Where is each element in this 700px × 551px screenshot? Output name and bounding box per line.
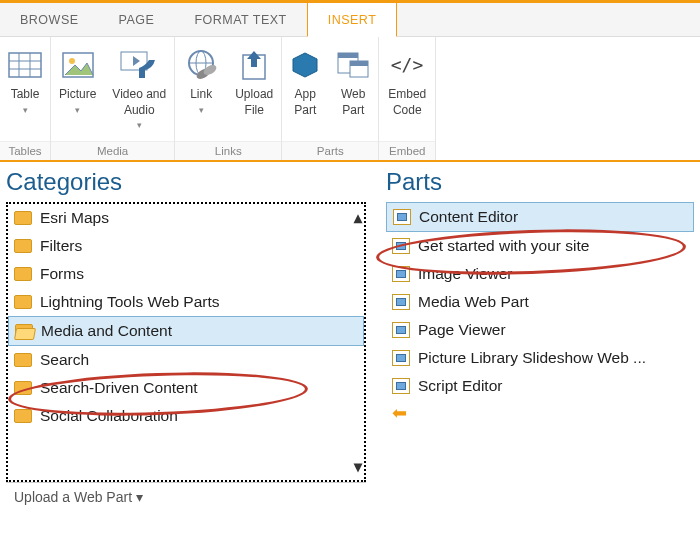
ribbon-tabs: BROWSE PAGE FORMAT TEXT INSERT (0, 3, 700, 37)
part-item[interactable]: Script Editor (386, 372, 694, 400)
web-part-icon (392, 238, 410, 254)
folder-icon (14, 211, 32, 225)
table-button[interactable]: Table ▾ (0, 41, 50, 141)
web-part-icon (392, 378, 410, 394)
part-label: Content Editor (419, 208, 518, 226)
group-label-parts: Parts (282, 141, 378, 160)
group-label-tables: Tables (0, 141, 50, 160)
ribbon-group-tables: Table ▾ Tables (0, 37, 51, 160)
ribbon-group-media: Picture ▾ Video and Audio ▾ Media (51, 37, 175, 160)
video-audio-label: Video and Audio (112, 87, 166, 118)
chevron-down-icon: ▾ (136, 489, 143, 505)
folder-icon (14, 239, 32, 253)
category-label: Esri Maps (40, 209, 109, 227)
embed-icon: </> (387, 45, 427, 85)
category-item[interactable]: Filters (8, 232, 364, 260)
category-item[interactable]: Media and Content (8, 316, 364, 346)
folder-icon (14, 381, 32, 395)
folder-icon (14, 267, 32, 281)
part-label: Media Web Part (418, 293, 529, 311)
link-icon (183, 45, 219, 85)
ribbon: Table ▾ Tables Picture ▾ Video and Audio… (0, 37, 700, 162)
parts-listbox[interactable]: Content EditorGet started with your site… (386, 202, 694, 400)
upload-file-button[interactable]: Upload File (227, 41, 281, 141)
category-label: Search-Driven Content (40, 379, 198, 397)
category-label: Forms (40, 265, 84, 283)
group-label-links: Links (175, 141, 281, 160)
chevron-down-icon: ▾ (199, 105, 204, 117)
category-label: Media and Content (41, 322, 172, 340)
scroll-down-icon[interactable]: ▾ (354, 457, 362, 476)
category-item[interactable]: Esri Maps (8, 204, 364, 232)
web-part-icon (392, 266, 410, 282)
upload-web-part-label: Upload a Web Part (14, 489, 132, 505)
table-label: Table (11, 87, 40, 103)
part-label: Page Viewer (418, 321, 506, 339)
category-label: Search (40, 351, 89, 369)
embed-code-button[interactable]: </> Embed Code (379, 41, 435, 141)
back-arrow-icon[interactable]: ⬅ (386, 400, 694, 426)
tab-browse[interactable]: BROWSE (0, 3, 99, 36)
category-item[interactable]: Lightning Tools Web Parts (8, 288, 364, 316)
part-item[interactable]: Media Web Part (386, 288, 694, 316)
category-label: Social Collaboration (40, 407, 178, 425)
parts-title: Parts (386, 168, 694, 196)
app-part-icon (290, 45, 320, 85)
embed-code-label: Embed Code (388, 87, 426, 118)
app-part-label: App Part (294, 87, 316, 118)
link-label: Link (190, 87, 212, 103)
video-audio-button[interactable]: Video and Audio ▾ (104, 41, 174, 141)
category-item[interactable]: Social Collaboration (8, 402, 364, 430)
part-item[interactable]: Picture Library Slideshow Web ... (386, 344, 694, 372)
scroll-up-icon[interactable]: ▴ (354, 208, 362, 227)
web-part-button[interactable]: Web Part (328, 41, 378, 141)
part-label: Picture Library Slideshow Web ... (418, 349, 646, 367)
chevron-down-icon: ▾ (23, 105, 28, 117)
web-part-icon (392, 322, 410, 338)
web-part-icon (336, 45, 370, 85)
category-item[interactable]: Forms (8, 260, 364, 288)
svg-point-6 (69, 58, 75, 64)
category-label: Lightning Tools Web Parts (40, 293, 220, 311)
upload-icon (239, 45, 269, 85)
parts-panel: Parts Content EditorGet started with you… (386, 168, 694, 511)
picture-label: Picture (59, 87, 96, 103)
category-label: Filters (40, 237, 82, 255)
categories-listbox[interactable]: Esri MapsFiltersFormsLightning Tools Web… (6, 202, 366, 482)
folder-icon (14, 295, 32, 309)
picture-icon (61, 45, 95, 85)
picture-button[interactable]: Picture ▾ (51, 41, 104, 141)
svg-rect-18 (338, 53, 358, 58)
svg-rect-0 (9, 53, 41, 77)
categories-panel: Categories Esri MapsFiltersFormsLightnin… (6, 168, 366, 511)
web-part-icon (393, 209, 411, 225)
folder-icon (15, 324, 33, 338)
link-button[interactable]: Link ▾ (175, 41, 227, 141)
part-item[interactable]: Page Viewer (386, 316, 694, 344)
web-part-icon (392, 294, 410, 310)
upload-file-label: Upload File (235, 87, 273, 118)
group-label-media: Media (51, 141, 174, 160)
svg-marker-16 (293, 53, 317, 77)
category-item[interactable]: Search (8, 346, 364, 374)
tab-insert[interactable]: INSERT (307, 0, 398, 37)
categories-title: Categories (6, 168, 366, 196)
upload-web-part-button[interactable]: Upload a Web Part ▾ (6, 482, 366, 511)
part-label: Image Viewer (418, 265, 512, 283)
tab-page[interactable]: PAGE (99, 3, 175, 36)
part-item[interactable]: Image Viewer (386, 260, 694, 288)
web-part-icon (392, 350, 410, 366)
web-part-label: Web Part (341, 87, 365, 118)
svg-text:</>: </> (391, 54, 424, 75)
svg-rect-20 (350, 61, 368, 66)
tab-format-text[interactable]: FORMAT TEXT (174, 3, 306, 36)
part-item[interactable]: Get started with your site (386, 232, 694, 260)
category-item[interactable]: Search-Driven Content (8, 374, 364, 402)
folder-icon (14, 353, 32, 367)
part-label: Script Editor (418, 377, 502, 395)
part-item[interactable]: Content Editor (386, 202, 694, 232)
ribbon-group-links: Link ▾ Upload File Links (175, 37, 282, 160)
folder-icon (14, 409, 32, 423)
ribbon-group-parts: App Part Web Part Parts (282, 37, 379, 160)
app-part-button[interactable]: App Part (282, 41, 328, 141)
